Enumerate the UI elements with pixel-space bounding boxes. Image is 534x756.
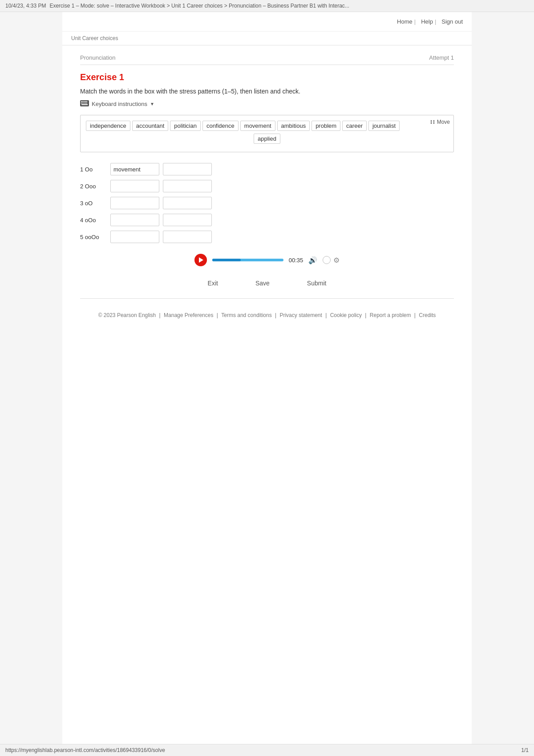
browser-datetime: 10/4/23, 4:33 PM xyxy=(5,3,46,9)
svg-rect-3 xyxy=(84,101,85,102)
cookie-link[interactable]: Cookie policy xyxy=(330,312,362,318)
pattern-slot-2[interactable] xyxy=(163,163,212,175)
pattern-slot-2[interactable] xyxy=(163,231,212,243)
copyright: © 2023 Pearson English xyxy=(98,312,156,318)
word-chip[interactable]: ambitious xyxy=(277,121,310,131)
svg-rect-7 xyxy=(82,103,83,104)
section-label: Pronunciation xyxy=(80,54,116,61)
move-label: Move xyxy=(437,119,450,125)
settings-icon[interactable]: ⚙ xyxy=(333,256,340,264)
action-buttons: Exit Save Submit xyxy=(80,277,454,289)
word-chip[interactable]: career xyxy=(342,121,367,131)
home-link[interactable]: Home xyxy=(397,18,413,25)
svg-marker-18 xyxy=(199,257,203,263)
play-button[interactable] xyxy=(194,254,207,266)
pattern-label: 1 Oo xyxy=(80,166,107,173)
credits-link[interactable]: Credits xyxy=(419,312,436,318)
word-chip[interactable]: applied xyxy=(254,134,280,144)
svg-point-17 xyxy=(433,122,434,122)
nav-sep1: | xyxy=(414,18,416,25)
report-link[interactable]: Report a problem xyxy=(370,312,411,318)
svg-rect-11 xyxy=(81,104,88,105)
volume-button[interactable]: 🔊 xyxy=(308,256,317,264)
settings-circle-empty xyxy=(323,256,331,264)
footer: © 2023 Pearson English | Manage Preferen… xyxy=(80,312,454,318)
breadcrumb-text: Unit Career choices xyxy=(71,35,118,41)
bottom-bar: https://myenglishlab.pearson-intl.com/ac… xyxy=(0,744,534,756)
pattern-slot-1[interactable]: movement xyxy=(110,163,159,175)
word-chip[interactable]: accountant xyxy=(132,121,169,131)
svg-rect-5 xyxy=(86,101,87,102)
stress-patterns: 1 Oomovement2 Ooo3 oO4 oOo5 ooOo xyxy=(80,163,454,243)
pattern-slot-1[interactable] xyxy=(110,197,159,209)
pattern-slot-2[interactable] xyxy=(163,214,212,226)
word-chip[interactable]: journalist xyxy=(368,121,400,131)
word-bank: Move independenceaccountantpoliticiancon… xyxy=(80,115,454,152)
svg-point-12 xyxy=(430,120,431,121)
svg-point-16 xyxy=(430,122,431,122)
svg-point-13 xyxy=(433,120,434,121)
keyboard-instructions-toggle[interactable]: Keyboard instructions ▼ xyxy=(80,100,154,108)
time-display: 00:35 xyxy=(289,257,303,264)
top-nav: Home | Help | Sign out xyxy=(62,12,472,32)
word-chip[interactable]: politician xyxy=(170,121,201,131)
svg-rect-6 xyxy=(81,103,82,104)
browser-tab-title: Exercise 1 – Mode: solve – Interactive W… xyxy=(49,3,529,9)
instruction-text: Match the words in the box with the stre… xyxy=(80,88,454,95)
section-header: Pronunciation Attempt 1 xyxy=(80,54,454,61)
svg-rect-8 xyxy=(84,103,85,104)
move-icon xyxy=(430,119,435,125)
exercise-title: Exercise 1 xyxy=(80,72,454,82)
audio-player: 00:35 🔊 ⚙ xyxy=(80,254,454,266)
keyboard-instructions-label: Keyboard instructions xyxy=(92,101,147,107)
submit-button[interactable]: Submit xyxy=(302,277,332,289)
word-bank-row1: independenceaccountantpoliticianconfiden… xyxy=(86,121,448,131)
attempt-label: Attempt 1 xyxy=(429,54,454,61)
word-chip[interactable]: movement xyxy=(240,121,275,131)
move-button[interactable]: Move xyxy=(430,119,450,125)
svg-rect-1 xyxy=(81,101,82,102)
pattern-row: 5 ooOo xyxy=(80,231,454,243)
pattern-row: 2 Ooo xyxy=(80,180,454,192)
breadcrumb: Unit Career choices xyxy=(62,32,472,45)
pattern-label: 3 oO xyxy=(80,200,107,207)
save-button[interactable]: Save xyxy=(250,277,275,289)
url-display: https://myenglishlab.pearson-intl.com/ac… xyxy=(5,747,165,753)
word-chip[interactable]: problem xyxy=(312,121,340,131)
pattern-row: 3 oO xyxy=(80,197,454,209)
divider1 xyxy=(80,65,454,65)
terms-link[interactable]: Terms and conditions xyxy=(221,312,271,318)
keyboard-icon xyxy=(80,100,89,108)
pattern-label: 4 oOo xyxy=(80,217,107,224)
chevron-down-icon: ▼ xyxy=(150,102,154,106)
divider2 xyxy=(80,298,454,299)
pattern-slot-2[interactable] xyxy=(163,180,212,192)
pattern-slot-1[interactable] xyxy=(110,180,159,192)
svg-rect-4 xyxy=(85,101,86,102)
svg-point-15 xyxy=(433,123,434,124)
svg-rect-2 xyxy=(82,101,83,102)
exit-button[interactable]: Exit xyxy=(202,277,223,289)
help-link[interactable]: Help xyxy=(421,18,433,25)
pattern-row: 4 oOo xyxy=(80,214,454,226)
sign-out-link[interactable]: Sign out xyxy=(441,18,463,25)
manage-preferences-link[interactable]: Manage Preferences xyxy=(164,312,213,318)
pattern-slot-1[interactable] xyxy=(110,214,159,226)
browser-bar: 10/4/23, 4:33 PM Exercise 1 – Mode: solv… xyxy=(0,0,534,12)
pattern-row: 1 Oomovement xyxy=(80,163,454,175)
page-count: 1/1 xyxy=(521,747,529,753)
progress-bar[interactable] xyxy=(212,259,283,261)
pattern-slot-1[interactable] xyxy=(110,231,159,243)
word-chip[interactable]: confidence xyxy=(202,121,239,131)
progress-fill xyxy=(212,259,241,261)
svg-point-14 xyxy=(430,123,431,124)
word-chip[interactable]: independence xyxy=(86,121,130,131)
word-bank-row2: applied xyxy=(86,134,448,144)
svg-rect-10 xyxy=(86,103,87,104)
svg-rect-9 xyxy=(85,103,86,104)
nav-sep2: | xyxy=(435,18,436,25)
play-icon xyxy=(199,257,203,263)
pattern-slot-2[interactable] xyxy=(163,197,212,209)
privacy-link[interactable]: Privacy statement xyxy=(279,312,322,318)
pattern-label: 2 Ooo xyxy=(80,183,107,190)
